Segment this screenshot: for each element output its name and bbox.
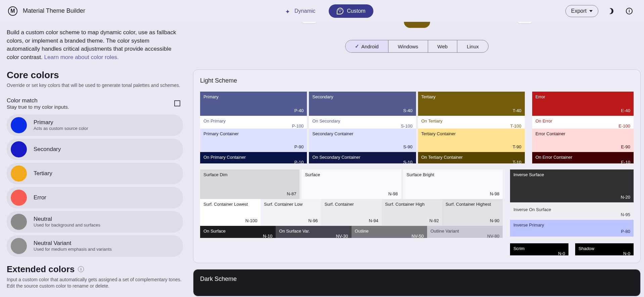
color-chip[interactable]: Tertiary [7, 163, 183, 184]
header-nav: Dynamic Custom [85, 4, 565, 18]
left-panel: Build a custom color scheme to map dynam… [0, 22, 190, 297]
role-error-container[interactable]: Error ContainerE-90 [532, 129, 634, 152]
role-on-surface-var[interactable]: On Surface Var.NV-30 [276, 226, 351, 238]
role-sc-high[interactable]: Surf. Container HighN-92 [382, 199, 442, 226]
header-right: Export i [565, 4, 636, 18]
nav-dynamic[interactable]: Dynamic [277, 5, 323, 17]
light-scheme-title: Light Scheme [200, 77, 634, 84]
role-inverse-primary[interactable]: Inverse PrimaryP-80 [510, 220, 634, 237]
info-small-icon[interactable]: i [78, 266, 84, 272]
nav-custom[interactable]: Custom [329, 4, 373, 18]
color-chip[interactable]: Neutral VariantUsed for medium emphasis … [7, 235, 183, 257]
core-color-chips: PrimaryActs as custom source colorSecond… [7, 114, 183, 257]
right-panel: ✓AndroidWindowsWebLinux Light Scheme Pri… [190, 22, 644, 297]
chip-title: Primary [34, 119, 88, 126]
role-inverse-surface[interactable]: Inverse SurfaceN-20 [510, 169, 634, 202]
dark-scheme-title: Dark Scheme [200, 276, 634, 283]
role-tertiary-container[interactable]: Tertiary ContainerT-90 [418, 129, 525, 152]
role-primary-container[interactable]: Primary ContainerP-90 [200, 129, 307, 152]
intro-text: Build a custom color scheme to map dynam… [7, 29, 183, 62]
role-column: TertiaryT-40On TertiaryT-100Tertiary Con… [418, 92, 525, 163]
check-icon: ✓ [355, 43, 359, 49]
chip-title: Neutral Variant [34, 240, 112, 247]
platform-tabs: ✓AndroidWindowsWebLinux [345, 40, 489, 53]
extended-colors-heading: Extended colors i [7, 264, 183, 275]
color-swatch [11, 238, 27, 254]
color-chip[interactable]: NeutralUsed for background and surfaces [7, 211, 183, 233]
role-secondary[interactable]: SecondaryS-40 [309, 92, 416, 116]
palette-icon [337, 8, 343, 14]
role-tertiary[interactable]: TertiaryT-40 [418, 92, 525, 116]
color-chip[interactable]: Secondary [7, 139, 183, 160]
color-swatch [11, 190, 27, 206]
chip-sub: Used for background and surfaces [34, 222, 100, 228]
info-button[interactable]: i [623, 4, 636, 18]
color-match-sub: Stay true to my color inputs. [7, 104, 69, 110]
material-logo-icon: M [8, 6, 17, 16]
role-sc[interactable]: Surf. ContainerN-94 [321, 199, 381, 226]
nav-custom-label: Custom [347, 8, 365, 14]
role-primary[interactable]: PrimaryP-40 [200, 92, 307, 116]
role-on-error[interactable]: On ErrorE-100 [532, 116, 634, 129]
role-outline[interactable]: OutlineNV-50 [352, 226, 427, 238]
chevron-down-icon [589, 10, 593, 12]
chip-title: Neutral [34, 216, 100, 222]
role-on-error-container[interactable]: On Error ContainerE-10 [532, 152, 634, 163]
color-roles-link[interactable]: Learn more about color roles. [44, 54, 119, 60]
light-scheme-box: Light Scheme PrimaryP-40On PrimaryP-100P… [193, 69, 641, 263]
color-swatch [11, 117, 27, 133]
seed-color-pill [404, 22, 430, 28]
extended-colors-sub: Input a custom color that automatically … [7, 277, 183, 290]
platform-tab-web[interactable]: Web [428, 40, 457, 52]
role-surface[interactable]: SurfaceN-98 [302, 169, 401, 199]
role-on-primary[interactable]: On PrimaryP-100 [200, 116, 307, 129]
color-swatch [11, 214, 27, 230]
chip-title: Tertiary [34, 170, 52, 177]
seed-thumb [302, 22, 317, 23]
role-on-tertiary[interactable]: On TertiaryT-100 [418, 116, 525, 129]
chip-title: Secondary [34, 146, 61, 153]
theme-toggle-button[interactable] [604, 4, 617, 18]
role-on-secondary-container[interactable]: On Secondary ContainerS-10 [309, 152, 416, 163]
color-chip[interactable]: PrimaryActs as custom source color [7, 114, 183, 136]
app-header: M Material Theme Builder Dynamic Custom … [0, 0, 644, 22]
role-inverse-on-surface[interactable]: Inverse On SurfaceN-95 [510, 204, 634, 218]
chip-sub: Used for medium emphasis and variants [34, 247, 112, 252]
app-title: Material Theme Builder [23, 7, 85, 14]
role-on-surface[interactable]: On SurfaceN-10 [200, 226, 276, 238]
role-sc-lowest[interactable]: Surf. Container LowestN-100 [200, 199, 261, 226]
role-on-primary-container[interactable]: On Primary ContainerP-10 [200, 152, 307, 163]
role-error[interactable]: ErrorE-40 [532, 92, 634, 116]
role-secondary-container[interactable]: Secondary ContainerS-90 [309, 129, 416, 152]
role-on-tertiary-container[interactable]: On Tertiary ContainerT-10 [418, 152, 525, 163]
chip-title: Error [34, 194, 46, 201]
color-swatch [11, 165, 27, 182]
role-column: ErrorE-40On ErrorE-100Error ContainerE-9… [532, 92, 634, 163]
role-column: PrimaryP-40On PrimaryP-100Primary Contai… [200, 92, 307, 163]
role-surface-dim[interactable]: Surface DimN-87 [200, 169, 300, 199]
color-match-checkbox[interactable] [174, 100, 180, 106]
core-colors-sub: Override or set key colors that will be … [7, 83, 183, 88]
core-colors-heading: Core colors [7, 70, 183, 81]
color-chip[interactable]: Error [7, 187, 183, 208]
platform-tab-linux[interactable]: Linux [457, 40, 488, 52]
sparkle-icon [285, 8, 291, 14]
export-label: Export [571, 8, 587, 14]
moon-icon [606, 7, 614, 15]
role-sc-highest[interactable]: Surf. Container HighestN-90 [442, 199, 503, 226]
dark-scheme-box: Dark Scheme [193, 269, 641, 296]
role-surface-bright[interactable]: Surface BrightN-98 [403, 169, 503, 199]
role-scrim[interactable]: ScrimN-0 [510, 243, 568, 255]
role-shadow[interactable]: ShadowN-0 [575, 243, 634, 255]
platform-tab-windows[interactable]: Windows [388, 40, 428, 52]
role-on-secondary[interactable]: On SecondaryS-100 [309, 116, 416, 129]
color-match-row: Color match Stay true to my color inputs… [7, 97, 183, 110]
role-outline-var[interactable]: Outline VariantNV-80 [427, 226, 503, 238]
color-match-title: Color match [7, 97, 69, 104]
nav-dynamic-label: Dynamic [294, 8, 315, 14]
platform-tab-android[interactable]: ✓Android [346, 40, 388, 52]
role-sc-low[interactable]: Surf. Container LowN-96 [261, 199, 321, 226]
seed-thumb [517, 22, 532, 23]
role-column: SecondaryS-40On SecondaryS-100Secondary … [309, 92, 416, 163]
export-button[interactable]: Export [565, 5, 598, 17]
